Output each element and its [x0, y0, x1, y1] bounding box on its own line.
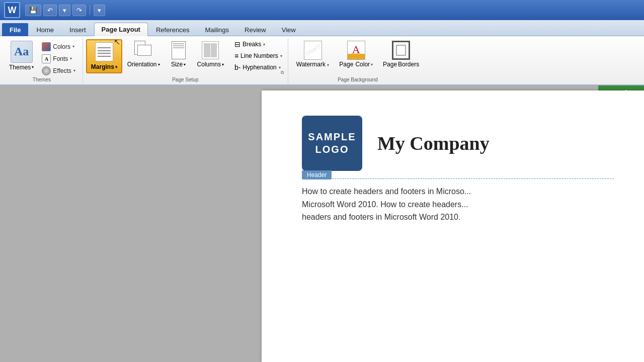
- fonts-icon: A: [42, 54, 51, 63]
- line-numbers-label: Line Numbers: [240, 52, 278, 59]
- page-setup-group-label: Page Setup: [86, 76, 285, 83]
- orientation-button[interactable]: Orientation ▾: [123, 39, 164, 69]
- page-setup-content: ↖ Margins ▾ Orientation ▾: [86, 39, 285, 76]
- page-borders-button[interactable]: Page Borders: [379, 39, 423, 69]
- line-numbers-button[interactable]: ≡ Line Numbers ▾: [232, 51, 285, 61]
- colors-chevron: ▾: [72, 44, 74, 49]
- body-text-2: Microsoft Word 2010. How to create heade…: [302, 198, 614, 211]
- tab-references[interactable]: References: [148, 23, 197, 36]
- page-color-button[interactable]: A Page Color ▾: [335, 39, 377, 69]
- orientation-icon-area: [134, 41, 153, 60]
- columns-icon-area: [201, 41, 220, 60]
- breaks-icon: ⊟: [234, 40, 240, 48]
- effects-label: Effects: [53, 67, 71, 74]
- title-separator: [90, 5, 90, 15]
- undo-dropdown[interactable]: ▾: [59, 5, 70, 16]
- company-name: My Company: [377, 132, 490, 154]
- logo-line2: LOGO: [315, 144, 349, 155]
- page-setup-group: ↖ Margins ▾ Orientation ▾: [83, 38, 288, 84]
- margins-label: Margins: [91, 63, 114, 70]
- effects-chevron: ▾: [73, 68, 75, 73]
- themes-chevron: ▾: [32, 65, 34, 69]
- colors-label: Colors: [53, 43, 70, 50]
- document-header: SAMPLE LOGO My Company Header: [302, 116, 614, 179]
- line-numbers-icon: ≡: [234, 52, 238, 60]
- themes-group-label: Themes: [6, 76, 77, 83]
- orientation-label: Orientation: [127, 61, 157, 68]
- page-borders-label2: Borders: [398, 61, 419, 68]
- tab-page-layout[interactable]: Page Layout: [94, 23, 148, 36]
- page-color-label2: Color: [355, 61, 370, 68]
- themes-group: Aa Themes ▾ Colors ▾ A Fonts: [2, 38, 83, 84]
- document-area: Header SAMPLE LOGO My Company Header How…: [0, 85, 644, 362]
- line-numbers-chevron: ▾: [280, 54, 282, 58]
- redo-button[interactable]: ↷: [72, 5, 86, 16]
- body-text-1: How to create headers and footers in Mic…: [302, 185, 614, 198]
- colors-button[interactable]: Colors ▾: [40, 42, 77, 52]
- page-background-label: Page Background: [292, 76, 423, 83]
- watermark-label: Watermark: [296, 61, 326, 68]
- tab-insert[interactable]: Insert: [62, 23, 94, 36]
- customize-button[interactable]: ▾: [94, 5, 105, 16]
- page-background-content: DRAFT Watermark ▾ A Page Color ▾: [292, 39, 423, 76]
- columns-chevron: ▾: [222, 62, 224, 67]
- tab-file[interactable]: File: [2, 23, 28, 36]
- effects-icon: [42, 66, 51, 75]
- body-text-3: headers and footers in Microsoft Word 20…: [302, 211, 614, 224]
- colors-icon: [42, 42, 51, 51]
- page-color-label: Page: [339, 61, 353, 68]
- cursor-arrow: ↖: [114, 37, 120, 47]
- hyphenation-button[interactable]: b- Hyphenation ▾: [232, 62, 285, 72]
- hyphenation-icon: b-: [234, 63, 240, 71]
- margins-icon: [95, 42, 113, 61]
- page-setup-small-group: ⊟ Breaks ▾ ≡ Line Numbers ▾ b- Hyphenati…: [232, 39, 285, 72]
- themes-label: Themes: [9, 64, 31, 71]
- breaks-button[interactable]: ⊟ Breaks ▾: [232, 39, 285, 49]
- fonts-label: Fonts: [53, 55, 68, 62]
- document-page: SAMPLE LOGO My Company Header How to cre…: [262, 90, 644, 362]
- orientation-chevron: ▾: [158, 62, 160, 67]
- page-color-chevron: ▾: [371, 62, 373, 67]
- fonts-chevron: ▾: [70, 56, 72, 61]
- page-borders-icon: [392, 41, 410, 60]
- sample-logo: SAMPLE LOGO: [302, 116, 362, 171]
- save-button[interactable]: 💾: [25, 5, 41, 16]
- ribbon: Aa Themes ▾ Colors ▾ A Fonts: [0, 36, 644, 85]
- size-label: Size: [171, 61, 183, 68]
- hyphenation-label: Hyphenation: [243, 64, 276, 71]
- effects-button[interactable]: Effects ▾: [40, 66, 77, 76]
- themes-icon: Aa: [11, 41, 33, 63]
- ribbon-tabs: File Home Insert Page Layout References …: [0, 20, 644, 36]
- page-borders-label: Page: [383, 61, 397, 68]
- undo-button[interactable]: ↶: [43, 5, 57, 16]
- themes-group-content: Aa Themes ▾ Colors ▾ A Fonts: [6, 39, 77, 76]
- watermark-button[interactable]: DRAFT Watermark ▾: [292, 39, 334, 69]
- fonts-button[interactable]: A Fonts ▾: [40, 54, 77, 64]
- title-bar: W 💾 ↶ ▾ ↷ ▾: [0, 0, 644, 20]
- tab-mailings[interactable]: Mailings: [197, 23, 236, 36]
- hyphenation-chevron: ▾: [279, 65, 281, 70]
- logo-line1: SAMPLE: [308, 131, 356, 143]
- themes-button[interactable]: Aa Themes ▾: [6, 40, 37, 72]
- columns-button[interactable]: Columns ▾: [193, 39, 228, 69]
- tab-home[interactable]: Home: [29, 23, 61, 36]
- tab-view[interactable]: View: [274, 23, 303, 36]
- header-label[interactable]: Header: [302, 170, 332, 179]
- page-background-group: DRAFT Watermark ▾ A Page Color ▾: [288, 38, 427, 84]
- word-logo: W: [4, 2, 20, 18]
- page-setup-expand[interactable]: ⧉: [281, 70, 284, 75]
- page-color-icon: A: [347, 41, 365, 60]
- size-icon-area: [169, 41, 188, 60]
- breaks-label: Breaks: [243, 41, 261, 48]
- margins-button[interactable]: ↖ Margins ▾: [86, 39, 122, 73]
- size-button[interactable]: Size ▾: [165, 39, 192, 69]
- watermark-chevron: ▾: [327, 63, 329, 67]
- columns-label: Columns: [197, 61, 221, 68]
- margins-chevron: ▾: [115, 65, 117, 69]
- size-chevron: ▾: [184, 62, 186, 67]
- breaks-chevron: ▾: [263, 42, 265, 47]
- watermark-icon: DRAFT: [304, 41, 322, 60]
- tab-review[interactable]: Review: [237, 23, 274, 36]
